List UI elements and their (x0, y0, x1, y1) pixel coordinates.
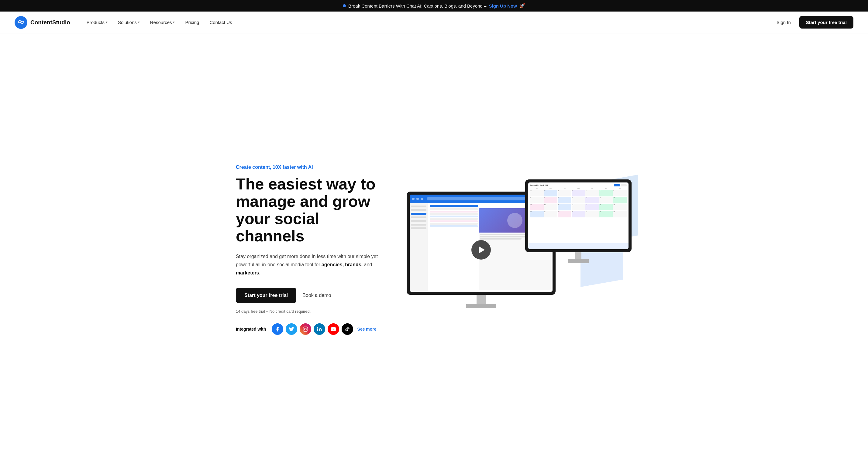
video-play-button[interactable] (471, 240, 491, 260)
cal-controls (614, 184, 627, 187)
logo-icon (14, 16, 27, 29)
cal-day-tue: Tue (558, 188, 571, 189)
nav-resources-label: Resources (150, 20, 172, 25)
secondary-monitor-base (568, 259, 589, 263)
nav-item-pricing[interactable]: Pricing (181, 17, 203, 27)
cal-cell-4-2: 21 (544, 211, 558, 218)
cal-cell-2-1: 6 (530, 197, 544, 203)
linkedin-icon[interactable] (314, 323, 325, 335)
trial-note: 14 days free trial – No credit card requ… (236, 309, 382, 313)
cal-cell-4-5: 24 (585, 211, 599, 218)
facebook-icon[interactable] (272, 323, 283, 335)
twitter-icon[interactable] (286, 323, 297, 335)
secondary-monitor-stand (525, 252, 631, 263)
see-more-link[interactable]: See more (358, 327, 377, 332)
nav-item-solutions[interactable]: Solutions ▾ (114, 17, 144, 27)
nav-item-contact[interactable]: Contact Us (205, 17, 236, 27)
content-title (430, 205, 478, 207)
nav-products-chevron: ▾ (106, 20, 107, 24)
cal-day-thu: Thu (585, 188, 599, 189)
svg-point-1 (305, 328, 306, 330)
calendar-ui: January 28 – May 4, 2022 Sun Mon Tu (528, 183, 628, 243)
cal-grid-rows: 30 31 1 2 3 4 5 6 (530, 190, 627, 218)
cal-cell-3-6: 18 (599, 204, 613, 210)
hero-cta-button[interactable]: Start your free trial (236, 288, 296, 303)
integrations-row: Integrated with (236, 323, 382, 335)
navbar-cta-button[interactable]: Start your free trial (799, 16, 854, 29)
cal-cell-1-1: 30 (530, 190, 544, 196)
left-panel (430, 208, 478, 290)
nav-solutions-label: Solutions (118, 20, 137, 25)
cal-day-mon: Mon (544, 188, 558, 189)
cal-cell-2-2: 7 (544, 197, 558, 203)
hero-subtitle: Create content, 10X faster with AI (236, 165, 382, 170)
secondary-monitor-neck (575, 252, 581, 259)
cal-cell-3-5: 17 (585, 204, 599, 210)
sidebar-item-1 (411, 205, 426, 207)
nav-solutions-chevron: ▾ (138, 20, 140, 24)
sidebar-items (410, 204, 428, 230)
list-row-5 (430, 218, 478, 220)
announcement-cta[interactable]: Sign Up Now (489, 3, 517, 8)
nav-item-resources[interactable]: Resources ▾ (146, 17, 179, 27)
announcement-text: Break Content Barriers With Chat AI: Cap… (348, 3, 486, 8)
secondary-monitor-screen: January 28 – May 4, 2022 Sun Mon Tu (528, 183, 628, 249)
navbar: ContentStudio Products ▾ Solutions ▾ Res… (0, 11, 868, 33)
hero-left: Create content, 10X faster with AI The e… (236, 165, 382, 335)
cal-cell-3-1: 13 (530, 204, 544, 210)
sidebar-item-5 (411, 224, 426, 226)
instagram-icon[interactable] (300, 323, 311, 335)
play-triangle-icon (479, 246, 485, 254)
sidebar-item-active (411, 213, 426, 214)
cal-cell-2-7: 12 (613, 197, 627, 203)
secondary-monitor-container: January 28 – May 4, 2022 Sun Mon Tu (525, 179, 631, 263)
cal-row-1: 30 31 1 2 3 4 5 (530, 190, 627, 196)
main-monitor-neck (476, 295, 486, 304)
hero-section: Create content, 10X faster with AI The e… (221, 33, 647, 460)
hero-demo-button[interactable]: Book a demo (302, 288, 331, 303)
svg-rect-3 (317, 329, 318, 331)
cal-cell-4-3: 22 (558, 211, 571, 218)
cal-cell-1-6: 4 (599, 190, 613, 196)
cal-cell-3-4: 16 (572, 204, 585, 210)
hero-description: Stay organized and get more done in less… (236, 252, 382, 277)
logo-svg (17, 19, 25, 26)
main-monitor-stand (407, 295, 556, 308)
cal-cell-1-3: 1 (558, 190, 571, 196)
cal-cell-4-7: 26 (613, 211, 627, 218)
list-row-7 (430, 223, 478, 225)
cal-cell-4-6: 25 (599, 211, 613, 218)
announcement-bar: Break Content Barriers With Chat AI: Cap… (0, 0, 868, 11)
sidebar-item-4 (411, 220, 426, 222)
sidebar-item-6 (411, 227, 426, 229)
cal-cell-4-1: 20 (530, 211, 544, 218)
sidebar-item-3 (411, 217, 426, 218)
list-row-6 (430, 221, 478, 222)
list-row-3 (430, 213, 478, 215)
screen-sidebar (410, 203, 428, 292)
cal-cell-1-2: 31 (544, 190, 558, 196)
svg-rect-0 (303, 327, 308, 332)
logo-text: ContentStudio (30, 19, 70, 26)
nav-resources-chevron: ▾ (173, 20, 175, 24)
topbar-dot-2 (416, 198, 419, 200)
sign-in-button[interactable]: Sign In (773, 17, 795, 27)
svg-point-4 (317, 327, 318, 328)
cal-cell-4-4: 23 (572, 211, 585, 218)
cal-day-headers: Sun Mon Tue Wed Thu Fri Sat (530, 188, 627, 189)
cal-cell-3-3: 15 (558, 204, 571, 210)
nav-pricing-label: Pricing (185, 20, 199, 25)
cal-cell-2-5: 10 (585, 197, 599, 203)
list-row-8 (430, 225, 478, 227)
cal-day-sat: Sat (613, 188, 627, 189)
cal-month-label: January 28 – May 4, 2022 (530, 184, 548, 186)
announcement-emoji: 🚀 (519, 3, 525, 8)
integrations-label: Integrated with (236, 327, 266, 332)
youtube-icon[interactable] (328, 323, 339, 335)
cal-row-4: 20 21 22 23 24 25 26 (530, 211, 627, 218)
announcement-dot (343, 4, 346, 7)
nav-item-products[interactable]: Products ▾ (82, 17, 112, 27)
logo-link[interactable]: ContentStudio (14, 16, 70, 29)
cal-cell-1-4: 2 (572, 190, 585, 196)
tiktok-icon[interactable] (342, 323, 353, 335)
